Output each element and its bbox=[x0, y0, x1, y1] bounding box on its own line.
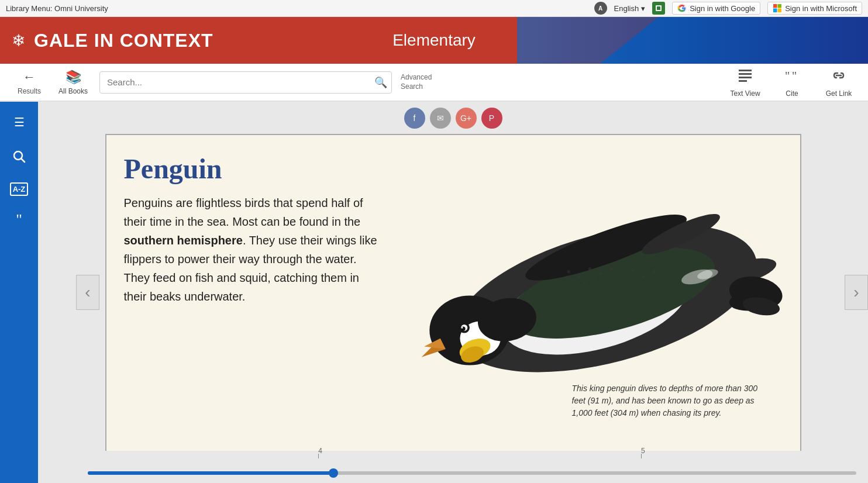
sidebar-cite-icon[interactable]: " bbox=[11, 208, 27, 232]
language-label: English bbox=[614, 4, 639, 13]
all-books-button[interactable]: 📚 All Books bbox=[56, 70, 91, 95]
share-google-button[interactable]: G+ bbox=[456, 108, 477, 129]
svg-point-38 bbox=[588, 267, 591, 270]
share-buttons: f ✉ G+ P bbox=[404, 108, 502, 129]
top-bar: Library Menu: Omni University A English … bbox=[0, 0, 868, 17]
library-menu-label: Library Menu: Omni University bbox=[6, 4, 594, 13]
page-image-area: This king penguin dives to depths of mor… bbox=[381, 153, 783, 443]
svg-text:": " bbox=[792, 70, 797, 82]
svg-rect-10 bbox=[739, 77, 752, 78]
results-button[interactable]: ← Results bbox=[12, 70, 47, 95]
top-bar-actions: A English ▾ Sign in with Google bbox=[594, 2, 862, 15]
link-icon bbox=[831, 67, 847, 87]
progress-fill bbox=[88, 471, 333, 475]
gale-snowflake-icon: ❄ bbox=[12, 31, 25, 50]
sign-in-microsoft-button[interactable]: Sign in with Microsoft bbox=[767, 2, 862, 15]
svg-point-39 bbox=[599, 273, 602, 276]
advanced-search-link[interactable]: Advanced Search bbox=[401, 73, 432, 91]
brand-logo: ❄ GALE IN CONTEXT bbox=[12, 30, 213, 51]
svg-line-15 bbox=[21, 158, 25, 162]
right-toolbar: Text View " " Cite Get Link bbox=[728, 67, 856, 98]
page-text-area: Penguin Penguins are flightless birds th… bbox=[124, 153, 381, 443]
svg-rect-8 bbox=[739, 70, 752, 71]
tick-mark-5 bbox=[641, 454, 642, 458]
progress-area: 4 5 bbox=[88, 460, 856, 475]
content-area: f ✉ G+ P Penguin Penguins are flightless… bbox=[38, 102, 868, 483]
next-arrow-icon: › bbox=[853, 283, 859, 302]
progress-track bbox=[88, 471, 856, 475]
gale-title: GALE IN CONTEXT bbox=[34, 30, 213, 51]
share-pinterest-button[interactable]: P bbox=[481, 108, 502, 129]
email-icon: ✉ bbox=[437, 113, 444, 123]
progress-marker bbox=[329, 468, 338, 478]
svg-point-42 bbox=[631, 269, 634, 272]
sign-in-google-button[interactable]: Sign in with Google bbox=[672, 2, 760, 15]
svg-point-41 bbox=[621, 275, 623, 277]
advanced-search-line2: Search bbox=[401, 82, 432, 92]
language-selector[interactable]: English ▾ bbox=[614, 4, 646, 13]
svg-point-44 bbox=[652, 270, 655, 273]
article-title: Penguin bbox=[124, 153, 381, 185]
microsoft-logo bbox=[773, 4, 782, 13]
svg-rect-4 bbox=[773, 4, 777, 8]
share-email-button[interactable]: ✉ bbox=[430, 108, 451, 129]
svg-point-46 bbox=[583, 282, 586, 285]
svg-rect-9 bbox=[739, 73, 752, 75]
svg-rect-5 bbox=[778, 4, 782, 8]
sign-in-google-label: Sign in with Google bbox=[690, 4, 755, 13]
cite-label: Cite bbox=[786, 89, 798, 98]
svg-point-40 bbox=[609, 267, 612, 270]
get-link-button[interactable]: Get Link bbox=[821, 67, 856, 98]
svg-rect-2 bbox=[657, 6, 660, 10]
language-dropdown-icon: ▾ bbox=[641, 4, 645, 13]
advanced-search-line1: Advanced bbox=[401, 73, 432, 82]
article-body: Penguins are flightless birds that spend… bbox=[124, 194, 381, 306]
svg-point-37 bbox=[578, 275, 581, 278]
svg-rect-11 bbox=[739, 80, 747, 82]
text-view-button[interactable]: Text View bbox=[728, 67, 763, 98]
get-link-label: Get Link bbox=[826, 89, 852, 98]
svg-rect-6 bbox=[773, 9, 777, 13]
page-number-4: 4 bbox=[318, 447, 322, 455]
text-view-icon bbox=[737, 67, 753, 87]
pinterest-icon: P bbox=[489, 113, 494, 123]
page-number-5: 5 bbox=[641, 447, 645, 455]
search-submit-button[interactable]: 🔍 bbox=[374, 76, 387, 89]
books-icon: 📚 bbox=[66, 70, 81, 85]
svg-point-47 bbox=[594, 278, 597, 281]
svg-point-43 bbox=[642, 275, 645, 278]
prev-arrow-icon: ‹ bbox=[85, 283, 90, 302]
sidebar-glossary-icon[interactable]: A-Z bbox=[10, 182, 29, 196]
classroom-svg bbox=[655, 4, 663, 12]
next-page-button[interactable]: › bbox=[845, 275, 868, 310]
sign-in-microsoft-label: Sign in with Microsoft bbox=[785, 4, 857, 13]
sidebar-search-icon[interactable] bbox=[8, 146, 30, 171]
svg-text:": " bbox=[785, 70, 790, 82]
svg-point-24 bbox=[461, 327, 463, 329]
search-box: 🔍 bbox=[99, 71, 392, 94]
svg-rect-7 bbox=[778, 9, 782, 13]
accessibility-icon: A bbox=[594, 2, 607, 15]
product-subtitle: Elementary bbox=[392, 31, 476, 50]
book-page: Penguin Penguins are flightless birds th… bbox=[105, 134, 801, 456]
tick-mark-4 bbox=[318, 454, 319, 458]
google-share-icon: G+ bbox=[460, 113, 471, 123]
cite-button[interactable]: " " Cite bbox=[774, 67, 810, 98]
results-label: Results bbox=[18, 87, 41, 95]
svg-point-36 bbox=[567, 270, 570, 273]
prev-page-button[interactable]: ‹ bbox=[76, 275, 99, 310]
back-arrow-icon: ← bbox=[23, 70, 36, 85]
main-area: ☰ A-Z " f ✉ G+ P Penguin bbox=[0, 102, 868, 483]
search-toolbar: ← Results 📚 All Books 🔍 Advanced Search … bbox=[0, 64, 868, 102]
bottom-bar: 4 5 bbox=[76, 451, 868, 483]
google-classroom-icon[interactable] bbox=[652, 2, 665, 15]
share-facebook-button[interactable]: f bbox=[404, 108, 425, 129]
left-sidebar: ☰ A-Z " bbox=[0, 102, 38, 483]
all-books-label: All Books bbox=[58, 87, 88, 95]
image-caption: This king penguin dives to depths of mor… bbox=[572, 382, 771, 419]
svg-point-45 bbox=[573, 278, 575, 281]
search-input[interactable] bbox=[99, 71, 392, 94]
sidebar-menu-icon[interactable]: ☰ bbox=[9, 111, 29, 134]
facebook-icon: f bbox=[414, 113, 416, 123]
google-logo bbox=[677, 4, 687, 13]
